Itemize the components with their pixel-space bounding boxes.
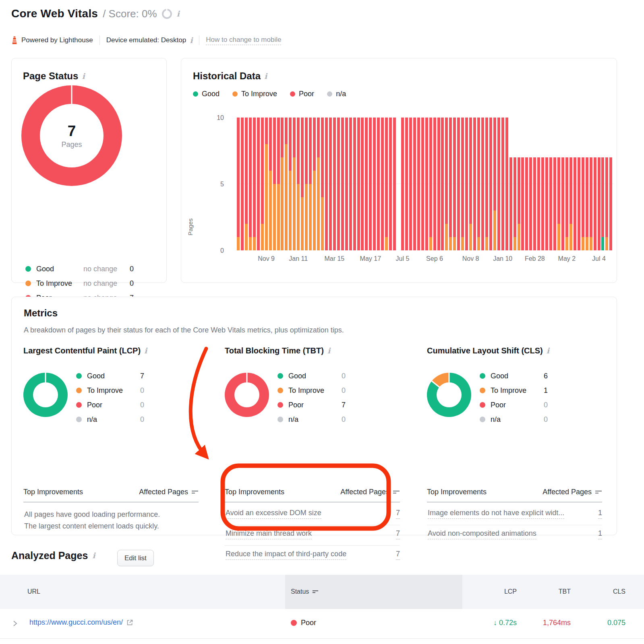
- column-header-url: URL: [27, 588, 40, 595]
- good-dot-icon: [277, 373, 283, 379]
- to-improve-dot-icon: [232, 91, 238, 97]
- improvement-row: Reduce the impact of third-party code 7: [226, 550, 400, 560]
- legend-row-good: Good6: [480, 369, 601, 383]
- down-arrow-icon: ↓: [493, 619, 499, 627]
- historical-plot[interactable]: [237, 118, 614, 250]
- legend-row-na: n/a0: [76, 412, 197, 427]
- improvement-row: Avoid non-composited animations 1: [428, 529, 602, 539]
- legend-row-poor: Poor0: [480, 398, 601, 412]
- improvement-link[interactable]: Reduce the impact of third-party code: [226, 550, 346, 560]
- legend-row-to-improve: To Improve0: [76, 383, 197, 398]
- poor-dot-icon: [76, 402, 82, 408]
- good-dot-icon: [480, 373, 485, 379]
- external-link-icon[interactable]: [126, 619, 133, 626]
- affected-pages-count[interactable]: 1: [598, 509, 602, 519]
- sort-icon[interactable]: [393, 489, 400, 495]
- good-dot-icon: [76, 373, 82, 379]
- info-icon[interactable]: i: [144, 347, 147, 355]
- info-icon[interactable]: i: [547, 347, 549, 355]
- info-icon[interactable]: i: [92, 552, 95, 559]
- y-axis-label: Pages: [187, 218, 194, 235]
- legend-good: Good: [193, 90, 219, 98]
- historical-data-card: Historical Data i Good To Improve Poor n…: [181, 58, 617, 283]
- tbt-title: Total Blocking Time (TBT)i: [225, 346, 402, 355]
- tbt-column: Total Blocking Time (TBT)i Good0 To Impr…: [225, 346, 402, 523]
- y-tick-5: 5: [207, 181, 224, 188]
- legend-poor: Poor: [290, 90, 314, 98]
- affected-pages-count[interactable]: 7: [396, 550, 400, 560]
- core-web-vitals-page: Core Web Vitals / Score: 0% i Powered by…: [0, 0, 644, 644]
- lcp-donut-chart: [23, 373, 68, 417]
- cls-donut-chart: [427, 373, 471, 417]
- legend-row-to-improve: To Improve1: [480, 383, 601, 398]
- info-icon[interactable]: i: [264, 72, 267, 80]
- improvement-link[interactable]: Avoid non-composited animations: [428, 529, 536, 539]
- powered-by: Powered by Lighthouse: [11, 36, 93, 44]
- poor-dot-icon: [290, 91, 295, 97]
- lcp-value: ↓ 0.72s: [493, 619, 517, 627]
- affected-pages-count[interactable]: 7: [396, 509, 400, 519]
- na-dot-icon: [76, 417, 82, 422]
- device-emulated: Device emulated: Desktop i: [106, 36, 193, 44]
- improvement-link[interactable]: Avoid an excessive DOM size: [226, 509, 321, 519]
- legend-row-na: n/a0: [277, 412, 398, 427]
- score-gauge-icon: [162, 9, 172, 19]
- legend-row-good: Good no change 0: [25, 262, 154, 276]
- lcp-column: Largest Contentful Paint (LCP)i Good7 To…: [23, 346, 201, 523]
- tbt-improvements-header: Top Improvements Affected Pages: [225, 488, 400, 502]
- table-header: URL Status LCP TBT CLS: [0, 575, 644, 609]
- legend-row-to-improve: To Improve no change 0: [25, 276, 154, 291]
- improvement-link[interactable]: Minimize main thread work: [226, 529, 312, 539]
- change-to-mobile-link[interactable]: How to change to mobile: [206, 36, 281, 45]
- affected-pages-count[interactable]: 7: [396, 529, 400, 539]
- cls-legend: Good6 To Improve1 Poor0 n/a0: [480, 369, 601, 427]
- edit-list-button[interactable]: Edit list: [117, 550, 154, 566]
- cls-column: Cumulative Layout Shift (CLS)i Good6 To …: [427, 346, 604, 523]
- status-badge: Poor: [291, 619, 316, 627]
- lcp-improvements-header: Top Improvements Affected Pages: [23, 488, 199, 502]
- info-icon[interactable]: i: [82, 72, 85, 80]
- column-header-status[interactable]: Status: [291, 588, 319, 595]
- historical-legend: Good To Improve Poor n/a: [193, 90, 346, 98]
- column-header-lcp[interactable]: LCP: [504, 588, 517, 595]
- info-icon[interactable]: i: [190, 37, 193, 44]
- column-header-cls[interactable]: CLS: [613, 588, 625, 595]
- column-header-tbt[interactable]: TBT: [559, 588, 571, 595]
- page-status-title: Page Status i: [23, 70, 85, 82]
- info-icon[interactable]: i: [177, 10, 180, 18]
- lcp-empty-state: All pages have good loading performance.…: [24, 509, 160, 532]
- legend-to-improve: To Improve: [232, 90, 277, 98]
- na-dot-icon: [480, 417, 485, 422]
- legend-row-to-improve: To Improve0: [277, 383, 398, 398]
- metrics-title: Metrics: [24, 308, 58, 319]
- cls-improvements-header: Top Improvements Affected Pages: [427, 488, 602, 502]
- expand-chevron-icon[interactable]: [12, 619, 18, 627]
- na-dot-icon: [277, 417, 283, 422]
- poor-dot-icon: [480, 402, 485, 408]
- historical-title: Historical Data i: [193, 70, 267, 82]
- metrics-card: Metrics A breakdown of pages by their st…: [11, 297, 617, 535]
- page-url-link[interactable]: https://www.gucci.com/us/en/: [29, 618, 133, 627]
- sort-icon[interactable]: [191, 489, 199, 495]
- y-tick-0: 0: [207, 247, 224, 254]
- analyzed-pages-title: Analyzed Pages i: [11, 550, 95, 561]
- info-icon[interactable]: i: [327, 347, 330, 355]
- header-meta-row: Powered by Lighthouse Device emulated: D…: [11, 35, 281, 45]
- sort-icon: [312, 589, 319, 594]
- cls-value: 0.075: [607, 619, 625, 627]
- improvement-link[interactable]: Image elements do not have explicit widt…: [428, 509, 564, 519]
- tbt-donut-chart: [225, 373, 269, 417]
- divider: [225, 525, 400, 525]
- tbt-legend: Good0 To Improve0 Poor7 n/a0: [277, 369, 398, 427]
- good-dot-icon: [193, 91, 198, 97]
- legend-row-poor: Poor7: [277, 398, 398, 412]
- affected-pages-count[interactable]: 1: [598, 529, 602, 539]
- score-label: / Score: 0%: [103, 8, 157, 20]
- historical-xaxis: Nov 9Jan 11Mar 15May 17Jul 5Sep 6Nov 8Ja…: [237, 255, 614, 265]
- good-dot-icon: [25, 266, 31, 272]
- legend-row-poor: Poor0: [76, 398, 197, 412]
- improvement-row: Image elements do not have explicit widt…: [428, 509, 602, 519]
- legend-row-na: n/a0: [480, 412, 601, 427]
- table-row[interactable]: https://www.gucci.com/us/en/ Poor ↓ 0.72…: [0, 609, 644, 639]
- sort-icon[interactable]: [595, 489, 602, 495]
